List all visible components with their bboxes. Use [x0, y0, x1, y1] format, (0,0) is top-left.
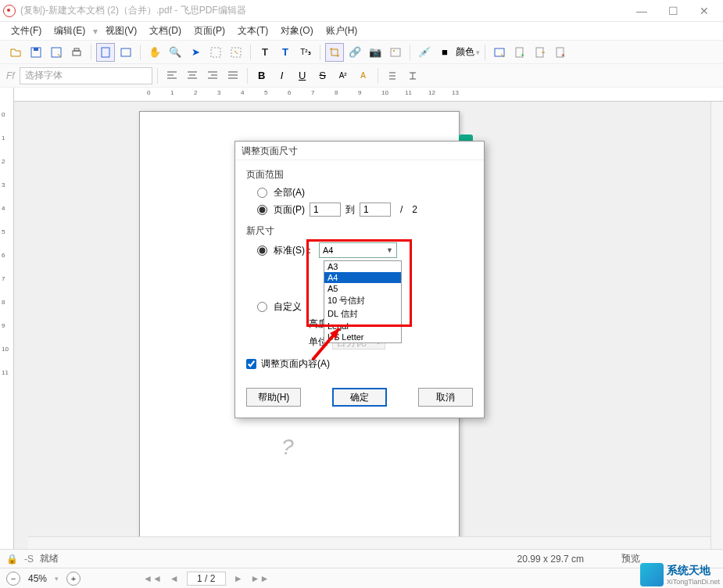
combo-item-a5[interactable]: A5 [324, 283, 401, 294]
fill-color-icon[interactable]: ■ [435, 43, 454, 62]
zoom-icon[interactable]: 🔍 [166, 43, 184, 62]
underline-icon[interactable]: U [293, 66, 312, 85]
menu-text[interactable]: 文本(T) [233, 23, 273, 39]
italic-icon[interactable]: I [273, 66, 292, 85]
titlebar: (复制)-新建文本文档 (2)（合并）.pdf - 飞思PDF编辑器 — ☐ ✕ [0, 0, 723, 22]
combo-item-env10[interactable]: 10 号信封 [324, 294, 401, 307]
align-left-icon[interactable] [163, 66, 181, 85]
maximize-button[interactable]: ☐ [657, 0, 689, 22]
zoom-out-button[interactable]: − [6, 572, 20, 586]
add-page-icon[interactable]: + [510, 43, 529, 62]
combo-item-a3[interactable]: A3 [324, 261, 401, 272]
export-page-icon[interactable] [531, 43, 549, 62]
svg-rect-4 [74, 48, 79, 51]
delete-page-icon[interactable]: × [551, 43, 570, 62]
close-button[interactable]: ✕ [689, 0, 720, 22]
strike-icon[interactable]: S [313, 66, 332, 85]
camera-icon[interactable]: 📷 [366, 43, 385, 62]
radio-all[interactable] [257, 188, 267, 198]
pointer-icon[interactable]: ➤ [186, 43, 205, 62]
edit-icon[interactable] [227, 43, 245, 62]
combo-item-a4[interactable]: A4 [324, 272, 401, 283]
preview-label[interactable]: 预览 [621, 552, 640, 565]
cancel-button[interactable]: 取消 [418, 388, 473, 407]
menu-page[interactable]: 页面(P) [189, 23, 230, 39]
page-number-input[interactable]: 1 / 2 [187, 572, 226, 586]
help-button[interactable]: 帮助(H) [246, 388, 301, 407]
align-center-icon[interactable] [183, 66, 202, 85]
watermark-logo-icon [640, 563, 664, 586]
menu-file[interactable]: 文件(F) [6, 23, 46, 39]
new-size-label: 新尺寸 [246, 224, 473, 238]
menu-edit[interactable]: 编辑(E) [49, 23, 90, 39]
standard-label: 标准(S)： [274, 244, 314, 257]
svg-rect-5 [102, 48, 109, 57]
dialog-title: 调整页面尺寸 [235, 142, 484, 160]
ruler-horizontal: 012 345 678 91011 1213 [14, 88, 723, 102]
scrollbar-horizontal[interactable] [28, 536, 710, 549]
minimize-button[interactable]: — [626, 0, 657, 22]
eyedropper-icon[interactable]: 💉 [415, 43, 434, 62]
zoom-value: 45% [28, 573, 47, 584]
from-input[interactable] [310, 203, 341, 217]
radio-custom[interactable] [257, 302, 267, 312]
save-as-icon[interactable] [47, 43, 66, 62]
statusbar-lower: − 45% ▾ + ◄◄ ◄ 1 / 2 ► ►► [0, 568, 723, 588]
form-icon[interactable] [490, 43, 509, 62]
image-icon[interactable] [386, 43, 405, 62]
app-icon [3, 5, 16, 17]
char-spacing-icon[interactable] [403, 66, 422, 85]
pages-label: 页面(P) [274, 203, 305, 217]
text-tool-icon[interactable]: T²₃ [296, 43, 315, 62]
page-fit-icon[interactable] [96, 43, 115, 62]
radio-standard[interactable] [257, 246, 267, 256]
hand-icon[interactable]: ✋ [145, 43, 164, 62]
line-spacing-icon[interactable] [383, 66, 402, 85]
font-select[interactable]: 选择字体 [20, 67, 152, 84]
toolbar-primary: ✋ 🔍 ➤ T T T²₃ 🔗 📷 💉 ■ 颜色 ▾ + × [0, 41, 723, 64]
adjust-content-checkbox[interactable] [246, 359, 256, 369]
scrollbar-vertical[interactable] [710, 102, 723, 549]
align-justify-icon[interactable] [224, 66, 242, 85]
svg-rect-6 [121, 48, 131, 56]
superscript-icon[interactable]: A² [334, 66, 353, 85]
select-icon[interactable] [206, 43, 225, 62]
lock-icon: 🔒 [6, 554, 18, 565]
radio-pages[interactable] [257, 205, 267, 215]
link-icon[interactable]: 🔗 [345, 43, 364, 62]
prev-icon[interactable]: ◄ [170, 573, 179, 584]
subscript-icon[interactable]: A [354, 66, 373, 85]
ok-button[interactable]: 确定 [332, 388, 387, 407]
svg-rect-7 [211, 48, 220, 57]
menu-document[interactable]: 文档(D) [145, 23, 186, 39]
combo-item-letter[interactable]: US Letter [324, 332, 401, 342]
menubar: 文件(F) 编辑(E) ▾ 视图(V) 文档(D) 页面(P) 文本(T) 对象… [0, 22, 723, 41]
menu-account[interactable]: 账户(H) [321, 23, 363, 39]
save-icon[interactable] [27, 43, 45, 62]
size-combo[interactable]: A4 ▼ [319, 242, 397, 258]
to-input[interactable] [360, 203, 391, 217]
page-width-icon[interactable] [116, 43, 135, 62]
size-combo-list: A3 A4 A5 10 号信封 DL 信封 Legal US Letter [324, 260, 402, 343]
next-icon[interactable]: ► [234, 573, 243, 584]
crop-icon[interactable] [325, 43, 344, 62]
combo-item-legal[interactable]: Legal [324, 321, 401, 332]
prev-page-icon[interactable]: ◄◄ [143, 573, 162, 584]
menu-view[interactable]: 视图(V) [101, 23, 141, 39]
color-label: 颜色 [456, 45, 474, 59]
text-icon[interactable]: T [256, 43, 274, 62]
custom-label: 自定义 [274, 300, 302, 314]
text-box-icon[interactable]: T [276, 43, 295, 62]
page-dimensions: 20.99 x 29.7 cm [517, 554, 584, 565]
open-icon[interactable] [6, 43, 25, 62]
status-ready: 就绪 [40, 552, 59, 565]
print-icon[interactable] [67, 43, 86, 62]
bold-icon[interactable]: B [252, 66, 271, 85]
zoom-in-button[interactable]: + [66, 572, 81, 586]
align-right-icon[interactable] [203, 66, 222, 85]
menu-object[interactable]: 对象(O) [276, 23, 317, 39]
next-page-icon[interactable]: ►► [251, 573, 270, 584]
svg-text:+: + [521, 52, 524, 59]
to-label: 到 [345, 203, 355, 217]
combo-item-dl[interactable]: DL 信封 [324, 307, 401, 321]
